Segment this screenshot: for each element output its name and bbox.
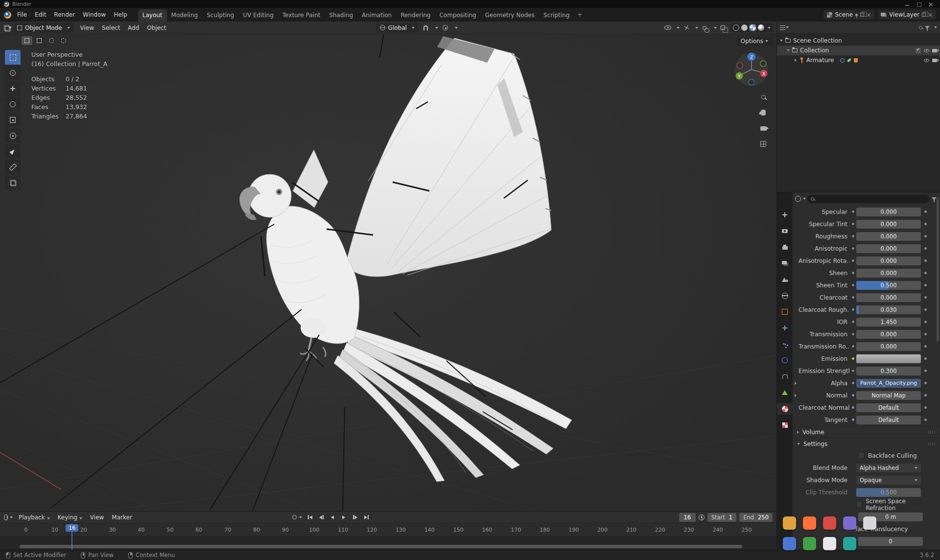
app-icon-pencil[interactable]: [863, 516, 876, 530]
shading-solid-button[interactable]: [741, 24, 748, 31]
field-anisotropic[interactable]: 0.000: [856, 244, 921, 253]
decorator-anisotropic-rota-icon[interactable]: [924, 259, 927, 262]
new-scene-icon[interactable]: [860, 13, 864, 17]
settings-section-header[interactable]: Settings: [793, 438, 940, 449]
scene-browse-icon[interactable]: [827, 12, 832, 18]
select-mode-box[interactable]: [34, 36, 45, 45]
volume-section-header[interactable]: Volume: [793, 426, 940, 438]
render-tab[interactable]: [777, 225, 793, 237]
socket-normal-icon[interactable]: [849, 394, 856, 397]
pan-button[interactable]: [758, 108, 768, 117]
object-visibility-toggle[interactable]: [663, 23, 672, 32]
play-reverse-button[interactable]: [328, 513, 337, 522]
socket-anisotropic-rota-icon[interactable]: [849, 259, 856, 262]
disclosure-icon[interactable]: [795, 59, 797, 62]
properties-search-input[interactable]: [807, 195, 929, 203]
rotate-tool[interactable]: [5, 97, 21, 112]
socket-emission-strength-icon[interactable]: [849, 369, 856, 373]
shading-wireframe-button[interactable]: [732, 24, 740, 31]
disclosure-icon[interactable]: [787, 49, 790, 51]
section-grip-icon[interactable]: [928, 443, 936, 445]
show-overlays-toggle[interactable]: [701, 23, 709, 32]
decorator-transmission-icon[interactable]: [924, 333, 927, 335]
transform-tool[interactable]: [5, 128, 21, 143]
viewlayer-selector[interactable]: ViewLayer: [878, 10, 936, 20]
timeline-menu-marker[interactable]: Marker: [108, 513, 136, 522]
editor-type-timeline-icon[interactable]: [4, 513, 13, 522]
decorator-sheen-icon[interactable]: [924, 272, 927, 274]
field-clearcoat-rough[interactable]: 0.030: [856, 305, 921, 314]
overlays-dropdown-icon[interactable]: [714, 27, 717, 29]
socket-clearcoat-icon[interactable]: [849, 296, 856, 299]
workspace-tab-geometry-nodes[interactable]: Geometry Nodes: [481, 9, 539, 22]
new-viewlayer-icon[interactable]: [922, 13, 926, 17]
minimize-icon[interactable]: [905, 2, 910, 6]
add-workspace-button[interactable]: +: [574, 9, 586, 21]
decorator-clearcoat-normal-icon[interactable]: [924, 406, 927, 409]
hide-in-viewport-icon[interactable]: [924, 49, 929, 52]
workspace-tab-compositing[interactable]: Compositing: [435, 9, 480, 22]
expand-alpha-icon[interactable]: [793, 382, 799, 385]
close-icon[interactable]: [928, 2, 933, 6]
clip-threshold-slider[interactable]: 0.500: [856, 488, 921, 497]
field-emission-strength[interactable]: 0.300: [856, 367, 921, 375]
workspace-tab-sculpting[interactable]: Sculpting: [202, 9, 238, 22]
workspace-tab-layout[interactable]: Layout: [138, 9, 167, 22]
shading-dropdown-icon[interactable]: [768, 27, 771, 29]
axis-neg-y-ball[interactable]: [760, 61, 766, 67]
select-box-tool[interactable]: [5, 50, 21, 65]
field-tangent[interactable]: Default: [856, 416, 921, 424]
view-layer-tab[interactable]: [777, 257, 793, 269]
editor-type-3d-icon[interactable]: [3, 23, 12, 32]
select-mode-lasso[interactable]: [58, 36, 69, 45]
object-data-tab[interactable]: [777, 387, 793, 398]
scene-selector[interactable]: Scene: [823, 10, 874, 20]
viewport-menu-view[interactable]: View: [76, 23, 98, 33]
socket-alpha-icon[interactable]: [849, 381, 856, 385]
socket-transmission-ro-icon[interactable]: [849, 345, 856, 348]
object-tab[interactable]: [777, 306, 793, 318]
editor-type-outliner-icon[interactable]: [780, 23, 789, 32]
physics-tab[interactable]: [777, 354, 793, 366]
field-normal[interactable]: Normal Map: [856, 391, 921, 400]
world-tab[interactable]: [777, 290, 793, 302]
socket-clearcoat-normal-icon[interactable]: [849, 406, 856, 409]
timeline-track-area[interactable]: [0, 537, 776, 550]
blend-mode-dropdown[interactable]: Alpha Hashed: [856, 464, 921, 472]
options-dropdown[interactable]: Options: [736, 37, 773, 46]
app-icon-purple[interactable]: [843, 516, 856, 530]
shading-rendered-button[interactable]: [757, 24, 765, 31]
app-icon-green[interactable]: [803, 537, 816, 550]
workspace-tab-uv-editing[interactable]: UV Editing: [238, 9, 278, 22]
toggle-ortho-button[interactable]: [758, 139, 768, 149]
workspace-tab-modeling[interactable]: Modeling: [167, 9, 203, 22]
pass-index-field[interactable]: 0: [858, 537, 923, 546]
constraints-tab[interactable]: [777, 371, 793, 382]
show-gizmo-toggle[interactable]: [682, 23, 691, 32]
field-transmission[interactable]: 0.000: [856, 330, 921, 339]
shading-material-button[interactable]: [749, 24, 756, 31]
jump-to-start-button[interactable]: [305, 513, 315, 522]
timeline-menu-playback[interactable]: Playback: [15, 513, 54, 522]
app-icon-firefox[interactable]: [803, 516, 816, 530]
socket-sheen-icon[interactable]: [849, 271, 856, 275]
camera-view-button[interactable]: [758, 123, 768, 133]
visibility-dropdown-icon[interactable]: [677, 27, 680, 29]
viewport-menu-object[interactable]: Object: [143, 23, 170, 33]
preview-range-icon[interactable]: [699, 514, 705, 520]
socket-ior-icon[interactable]: [849, 320, 856, 324]
proportional-dropdown-icon[interactable]: [455, 27, 458, 29]
outliner-search-icon[interactable]: [919, 26, 922, 29]
toggle-xray-button[interactable]: [719, 23, 728, 32]
decorator-emission-strength-icon[interactable]: [924, 370, 927, 372]
socket-specular-icon[interactable]: [849, 210, 856, 213]
decorator-emission-icon[interactable]: [924, 357, 927, 360]
field-roughness[interactable]: 0.000: [856, 232, 921, 241]
menu-window[interactable]: Window: [79, 10, 110, 20]
socket-roughness-icon[interactable]: [849, 234, 856, 238]
decorator-alpha-icon[interactable]: [924, 382, 927, 384]
section-grip-icon[interactable]: [928, 431, 936, 434]
unlink-scene-icon[interactable]: [867, 13, 871, 17]
socket-clearcoat-rough-icon[interactable]: [849, 308, 856, 311]
field-anisotropic-rota[interactable]: 0.000: [856, 257, 921, 265]
